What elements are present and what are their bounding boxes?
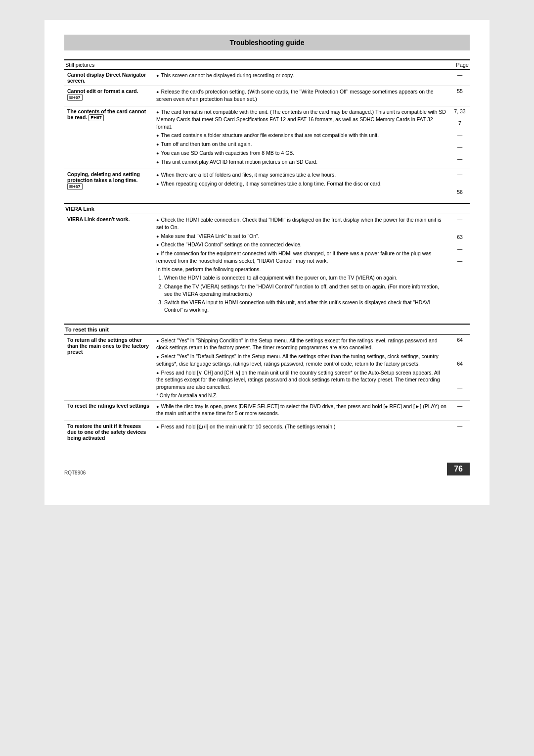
reset-label: To reset this unit — [65, 327, 109, 332]
issue-cell: The contents of the card cannot be read.… — [64, 106, 153, 169]
list-item: While the disc tray is open, press [DRIV… — [156, 403, 447, 417]
page-container: Troubleshooting guide Still pictures Pag… — [44, 20, 490, 505]
detail-cell: The card format is not compatible with t… — [153, 106, 450, 169]
list-item: The card format is not compatible with t… — [156, 108, 447, 130]
issue-cell: To restore the unit if it freezes due to… — [64, 421, 153, 443]
title-box: Troubleshooting guide — [64, 35, 470, 50]
model-number: RQT8906 — [64, 470, 86, 475]
viera-link-label: VIERA Link — [65, 206, 94, 212]
reset-header: To reset this unit — [64, 324, 470, 335]
detail-cell: This screen cannot be displayed during r… — [153, 70, 450, 86]
badge-eh67: EH67 — [67, 94, 83, 101]
list-item: Turn off and then turn on the unit again… — [156, 141, 447, 148]
issue-cell: VIERA Link doesn't work. — [64, 214, 153, 318]
detail-cell: Select "Yes" in "Shipping Condition" in … — [153, 335, 450, 400]
page-cell: 7, 337——— — [450, 106, 470, 169]
still-pictures-header: Still pictures Page — [64, 59, 470, 70]
list-item: Check the HDMI cable connection. Check t… — [156, 216, 447, 231]
list-item: This screen cannot be displayed during r… — [156, 72, 447, 79]
footer: RQT8906 76 — [64, 458, 470, 475]
issue-cell: To return all the settings other than th… — [64, 335, 153, 400]
page-cell: — — [450, 70, 470, 86]
list-item: Release the card's protection setting. (… — [156, 88, 447, 102]
page-cell: —56 — [450, 169, 470, 197]
list-item: Select "Yes" in "Shipping Condition" in … — [156, 337, 447, 351]
table-row: To restore the unit if it freezes due to… — [64, 421, 470, 443]
list-item: Change the TV (VIERA) settings for the "… — [164, 283, 447, 297]
still-pictures-table: Cannot display Direct Navigator screen. … — [64, 70, 470, 197]
detail-cell: While the disc tray is open, press [DRIV… — [153, 400, 450, 421]
list-item: This unit cannot play AVCHD format motio… — [156, 158, 447, 166]
viera-link-table: VIERA Link doesn't work. Check the HDMI … — [64, 214, 470, 318]
table-row: VIERA Link doesn't work. Check the HDMI … — [64, 214, 470, 318]
note-text: * Only for Australia and N.Z. — [156, 393, 447, 398]
page-cell: — — [450, 421, 470, 443]
list-item: If the connection for the equipment conn… — [156, 250, 447, 264]
viera-link-header: VIERA Link — [64, 203, 470, 214]
reset-table: To return all the settings other than th… — [64, 335, 470, 443]
list-item: When there are a lot of folders and file… — [156, 171, 447, 179]
badge-eh67: EH67 — [67, 183, 83, 190]
list-item: Check the "HDAVI Control" settings on th… — [156, 241, 447, 248]
table-row: Cannot display Direct Navigator screen. … — [64, 70, 470, 86]
issue-cell: Cannot display Direct Navigator screen. — [64, 70, 153, 86]
page-cell: 6464— — [450, 335, 470, 400]
table-row: To reset the ratings level settings Whil… — [64, 400, 470, 421]
list-item: When repeating copying or deleting, it m… — [156, 180, 447, 188]
table-row: To return all the settings other than th… — [64, 335, 470, 400]
list-item: You can use SD Cards with capacities fro… — [156, 149, 447, 157]
detail-cell: When there are a lot of folders and file… — [153, 169, 450, 197]
detail-cell: Press and hold [⏻/I] on the main unit fo… — [153, 421, 450, 443]
list-item: Select "Yes" in "Default Settings" in th… — [156, 353, 447, 367]
detail-cell: Release the card's protection setting. (… — [153, 86, 450, 106]
list-item: Press and hold [⏻/I] on the main unit fo… — [156, 423, 447, 430]
table-row: Copying, deleting and setting protection… — [64, 169, 470, 197]
table-row: Cannot edit or format a card. EH67 Relea… — [64, 86, 470, 106]
page-cell: 55 — [450, 86, 470, 106]
page-number: 76 — [447, 463, 470, 475]
issue-cell: To reset the ratings level settings — [64, 400, 153, 421]
badge-eh67: EH67 — [89, 114, 104, 121]
detail-cell: Check the HDMI cable connection. Check t… — [153, 214, 450, 318]
list-item: Switch the VIERA input to HDMI connectio… — [164, 299, 447, 313]
list-item: The card contains a folder structure and… — [156, 132, 447, 139]
list-item: Press and hold [∨ CH] and [CH ∧] on the … — [156, 369, 447, 391]
page-title: Troubleshooting guide — [68, 39, 466, 47]
list-item: When the HDMI cable is connected to all … — [164, 274, 447, 282]
table-row: The contents of the card cannot be read.… — [64, 106, 470, 169]
list-item: Make sure that "VIERA Link" is set to "O… — [156, 233, 447, 240]
still-pictures-page-label: Page — [456, 62, 469, 68]
issue-cell: Copying, deleting and setting protection… — [64, 169, 153, 197]
page-cell: — — [450, 400, 470, 421]
issue-cell: Cannot edit or format a card. EH67 — [64, 86, 153, 106]
still-pictures-label: Still pictures — [65, 62, 94, 68]
numbered-steps: When the HDMI cable is connected to all … — [156, 274, 447, 313]
page-cell: —63—— — [450, 214, 470, 318]
in-this-case-text: In this case, perform the following oper… — [156, 266, 447, 272]
